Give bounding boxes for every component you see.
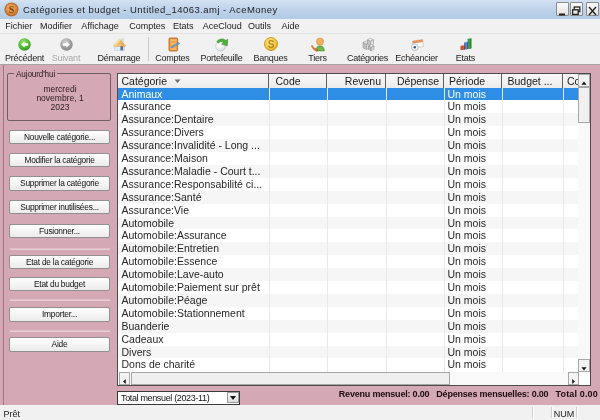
svg-text:S: S (268, 39, 275, 50)
svg-text:S: S (9, 4, 15, 15)
